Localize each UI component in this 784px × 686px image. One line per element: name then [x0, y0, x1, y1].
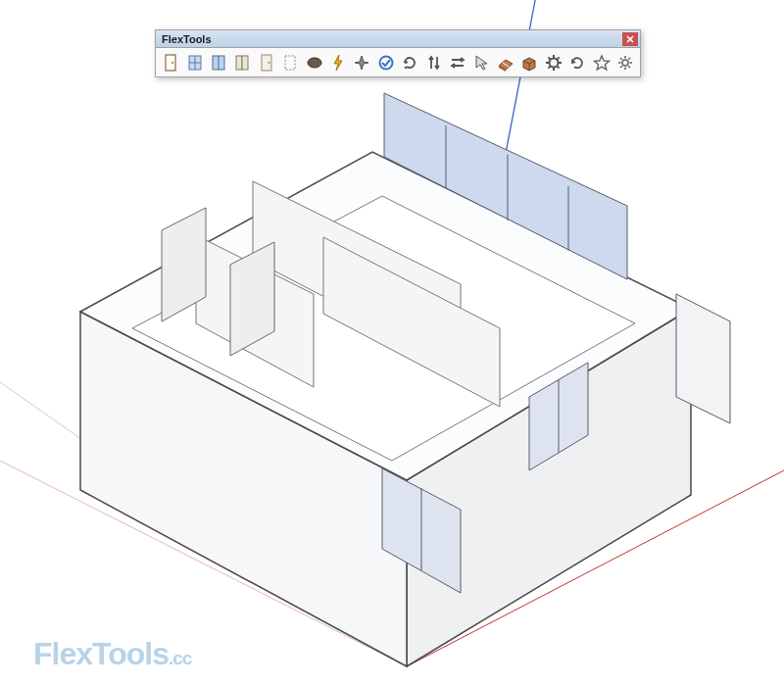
svg-rect-33 — [285, 56, 295, 70]
reload-icon[interactable] — [399, 51, 420, 74]
flex-solid-component-icon[interactable] — [303, 51, 324, 74]
watermark-brand-rest: Tools — [92, 636, 169, 671]
swap-horizontal-icon[interactable] — [447, 51, 468, 74]
svg-line-60 — [628, 58, 630, 60]
zap-icon[interactable] — [327, 51, 349, 74]
svg-rect-22 — [166, 55, 175, 71]
svg-point-32 — [268, 62, 270, 64]
svg-line-50 — [557, 66, 559, 68]
flex-door-icon[interactable] — [256, 51, 277, 74]
svg-point-44 — [549, 58, 558, 67]
3d-viewport[interactable] — [0, 0, 784, 686]
watermark-tld: .cc — [169, 648, 191, 668]
convert-icon[interactable] — [375, 51, 397, 74]
swap-vertical-icon[interactable] — [422, 51, 444, 74]
gear-icon[interactable] — [543, 51, 564, 74]
svg-point-34 — [308, 58, 321, 68]
svg-line-61 — [620, 66, 622, 68]
svg-point-53 — [622, 60, 628, 66]
watermark-brand-bold: Flex — [33, 636, 92, 671]
svg-point-23 — [172, 62, 173, 64]
flex-window-glass-icon[interactable] — [208, 51, 229, 74]
refresh-icon[interactable] — [566, 51, 588, 74]
flex-window-icon[interactable] — [183, 51, 205, 74]
svg-line-59 — [628, 66, 630, 68]
arrow-select-icon[interactable] — [470, 51, 492, 74]
package-icon[interactable] — [518, 51, 540, 74]
flex-double-door-icon[interactable] — [231, 51, 253, 74]
svg-line-52 — [548, 66, 550, 68]
close-button[interactable] — [622, 32, 638, 46]
svg-point-36 — [405, 66, 407, 68]
flextools-toolbar[interactable]: FlexTools — [155, 29, 641, 77]
svg-rect-30 — [242, 56, 248, 70]
toolbar-title: FlexTools — [162, 33, 212, 45]
star-favorite-icon[interactable] — [590, 51, 612, 74]
settings-icon[interactable] — [614, 51, 636, 74]
svg-line-58 — [620, 58, 622, 60]
flex-hole-icon[interactable] — [279, 51, 301, 74]
flex-door-basic-icon[interactable] — [160, 51, 181, 74]
svg-point-35 — [379, 56, 392, 69]
toolbar-body — [156, 48, 640, 76]
svg-rect-29 — [236, 56, 242, 70]
close-icon — [626, 35, 634, 43]
toolbar-titlebar[interactable]: FlexTools — [156, 30, 640, 48]
svg-line-51 — [557, 57, 559, 59]
watermark: FlexTools.cc — [33, 636, 191, 672]
sparkle-icon[interactable] — [351, 51, 372, 74]
svg-line-49 — [548, 57, 550, 59]
wall-cut-icon[interactable] — [495, 51, 516, 74]
